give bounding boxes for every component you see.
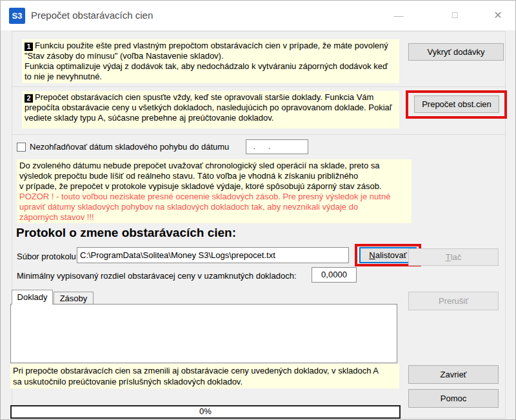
result-line: sa uskutočnilo preúčtovanie príslušných … <box>13 376 397 387</box>
date-input[interactable]: . . <box>246 139 308 154</box>
step1-info-note: 1Funkciu použite ešte pred vlastným prep… <box>22 39 399 83</box>
step1-line: Funkciu použite ešte pred vlastným prepo… <box>35 41 388 50</box>
tab-zasoby[interactable]: Zásoby <box>54 292 94 305</box>
step1-line: "Stav zásoby do mínusu" (voľba Nastaveni… <box>25 51 397 61</box>
interrupt-button[interactable]: Prerušiť <box>408 292 499 310</box>
protocol-heading: Protokol o zmene obstarávacích cien: <box>16 226 236 240</box>
step1-badge: 1 <box>25 43 33 51</box>
step2-line: vediete sklady typu A, súčasne prebehne … <box>25 113 397 123</box>
step2-line: prepočíta obstarávacie ceny u všetkých d… <box>25 103 397 113</box>
title-bar: S3 Prepočet obstarávacích cien — □ ✕ <box>1 1 515 30</box>
min-diff-label: Minimálny vypisovaný rozdiel obstarávace… <box>17 271 297 281</box>
warning-red-line: POZOR ! - touto voľbou neziskate presné … <box>19 192 409 202</box>
browse-button-label: alistovať <box>375 250 407 260</box>
protocol-file-label: Súbor protokolu: <box>17 252 78 261</box>
cover-deliveries-button[interactable]: Vykryť dodávky <box>408 43 504 61</box>
tab-doklady[interactable]: Doklady <box>12 290 53 305</box>
ignore-date-checkbox[interactable] <box>17 143 26 152</box>
recalc-prices-button[interactable]: Prepočet obst.cien <box>414 95 499 113</box>
app-logo-icon: S3 <box>9 8 25 24</box>
warning-red-line: záporných stavov !!! <box>19 212 409 223</box>
help-button[interactable]: Pomoc <box>408 389 499 408</box>
warning-line: Do zvoleného dátumu nebude prepočet uvaž… <box>19 161 409 171</box>
close-icon[interactable]: ✕ <box>484 1 512 30</box>
print-button-accel: T <box>446 252 451 262</box>
step2-badge: 2 <box>25 94 33 103</box>
min-diff-input[interactable]: 0,0000 <box>312 267 357 283</box>
step2-line: Prepočet obstarávacích cien spusťte vždy… <box>35 92 373 102</box>
date-warning-note: Do zvoleného dátumu nebude prepočet uvaž… <box>17 159 412 223</box>
close-dialog-button[interactable]: Zavrieť <box>408 365 499 384</box>
maximize-icon[interactable]: □ <box>441 1 469 30</box>
step1-line: to nie je nevyhnutné. <box>25 72 397 82</box>
step1-line: Funkcia optimalizuje výdaj z dodávok tak… <box>25 61 397 72</box>
progress-bar: 0% <box>10 405 401 419</box>
print-button[interactable]: Tlač <box>408 248 499 266</box>
print-button-label: lač <box>451 252 462 262</box>
result-line: Pri prepočte obstarávacích cien sa zmeni… <box>13 365 397 376</box>
warning-red-line: upraviť dátumy skladových pohybov na skl… <box>19 202 409 212</box>
browse-button-accel: N <box>369 250 375 260</box>
documents-list[interactable] <box>10 304 397 363</box>
warning-line: výsledok prepočtu bude líšiť od reálneho… <box>19 171 409 181</box>
result-info-note: Pri prepočte obstarávacích cien sa zmeni… <box>10 364 399 388</box>
step2-info-note: 2Prepočet obstarávacích cien spusťte vžd… <box>22 91 399 128</box>
protocol-file-input[interactable]: C:\ProgramData\Solitea\Money S3\Logs\pre… <box>77 247 349 263</box>
dialog-window: S3 Prepočet obstarávacích cien — □ ✕ 1Fu… <box>0 0 516 420</box>
window-title: Prepočet obstarávacích cien <box>31 10 153 21</box>
warning-line: v prípade, že prepočet v protokole vypis… <box>19 181 409 192</box>
ignore-date-checkbox-label[interactable]: Nezohľadňovať dátum skladového pohybu do… <box>30 142 229 152</box>
minimize-icon[interactable]: — <box>384 1 413 30</box>
